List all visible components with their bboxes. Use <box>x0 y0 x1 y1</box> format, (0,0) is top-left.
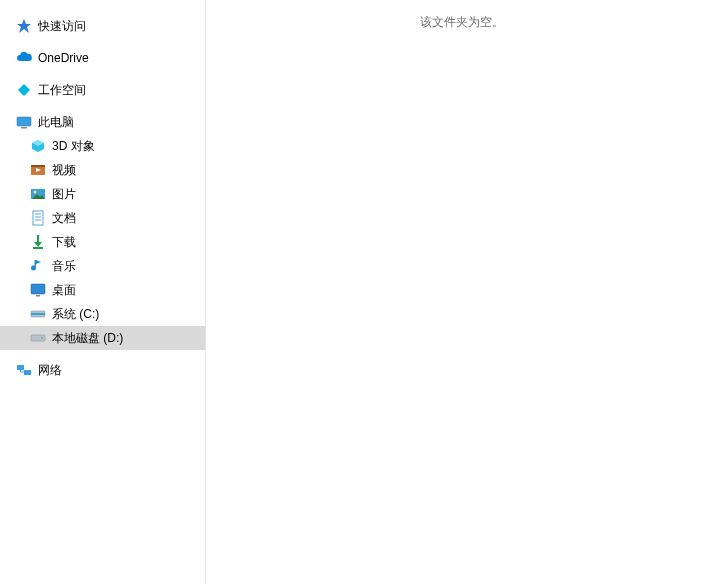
empty-folder-message: 该文件夹为空。 <box>420 14 504 31</box>
sidebar-item-videos[interactable]: 视频 <box>0 158 205 182</box>
sidebar-item-pictures[interactable]: 图片 <box>0 182 205 206</box>
sidebar-item-label: 音乐 <box>52 258 76 275</box>
svg-rect-12 <box>33 211 43 225</box>
svg-rect-7 <box>31 165 45 167</box>
sidebar-item-downloads[interactable]: 下载 <box>0 230 205 254</box>
svg-rect-16 <box>37 235 39 243</box>
svg-point-24 <box>41 313 43 315</box>
sidebar-item-label: 图片 <box>52 186 76 203</box>
network-icon <box>16 362 32 378</box>
svg-rect-19 <box>31 284 45 294</box>
sidebar-item-label: 此电脑 <box>38 114 74 131</box>
objects3d-icon <box>30 138 46 154</box>
svg-rect-27 <box>17 365 24 370</box>
sidebar-item-drive-c[interactable]: 系统 (C:) <box>0 302 205 326</box>
drive-icon <box>30 330 46 346</box>
sidebar-item-workspace[interactable]: 工作空间 <box>0 78 205 102</box>
downloads-icon <box>30 234 46 250</box>
videos-icon <box>30 162 46 178</box>
music-icon <box>30 258 46 274</box>
navigation-pane: 快速访问 OneDrive 工作空间 此电脑 3D 对象 视频 <box>0 0 206 584</box>
documents-icon <box>30 210 46 226</box>
this-pc-icon <box>16 114 32 130</box>
svg-rect-18 <box>33 247 43 249</box>
onedrive-icon <box>16 50 32 66</box>
sidebar-item-label: 快速访问 <box>38 18 86 35</box>
quick-access-icon <box>16 18 32 34</box>
sidebar-item-label: 桌面 <box>52 282 76 299</box>
sidebar-item-label: 下载 <box>52 234 76 251</box>
sidebar-item-label: 本地磁盘 (D:) <box>52 330 123 347</box>
drive-icon <box>30 306 46 322</box>
sidebar-item-label: 网络 <box>38 362 62 379</box>
sidebar-item-label: 3D 对象 <box>52 138 95 155</box>
svg-rect-25 <box>31 335 45 341</box>
content-pane[interactable]: 该文件夹为空。 <box>206 0 717 584</box>
svg-point-10 <box>34 191 37 194</box>
svg-rect-28 <box>24 370 31 375</box>
workspace-icon <box>16 82 32 98</box>
svg-rect-23 <box>31 313 45 315</box>
sidebar-item-label: 文档 <box>52 210 76 227</box>
sidebar-item-drive-d[interactable]: 本地磁盘 (D:) <box>0 326 205 350</box>
sidebar-item-documents[interactable]: 文档 <box>0 206 205 230</box>
desktop-icon <box>30 282 46 298</box>
pictures-icon <box>30 186 46 202</box>
sidebar-item-label: 视频 <box>52 162 76 179</box>
svg-rect-2 <box>17 117 31 126</box>
sidebar-item-quick-access[interactable]: 快速访问 <box>0 14 205 38</box>
svg-rect-3 <box>21 127 27 129</box>
sidebar-item-label: 系统 (C:) <box>52 306 99 323</box>
svg-point-26 <box>41 337 43 339</box>
svg-marker-17 <box>34 242 42 247</box>
svg-marker-1 <box>18 84 30 96</box>
sidebar-item-music[interactable]: 音乐 <box>0 254 205 278</box>
svg-marker-0 <box>17 19 31 33</box>
sidebar-item-label: OneDrive <box>38 51 89 65</box>
sidebar-item-label: 工作空间 <box>38 82 86 99</box>
sidebar-item-desktop[interactable]: 桌面 <box>0 278 205 302</box>
sidebar-item-network[interactable]: 网络 <box>0 358 205 382</box>
sidebar-item-3d-objects[interactable]: 3D 对象 <box>0 134 205 158</box>
sidebar-item-onedrive[interactable]: OneDrive <box>0 46 205 70</box>
svg-rect-21 <box>36 295 40 297</box>
sidebar-item-this-pc[interactable]: 此电脑 <box>0 110 205 134</box>
